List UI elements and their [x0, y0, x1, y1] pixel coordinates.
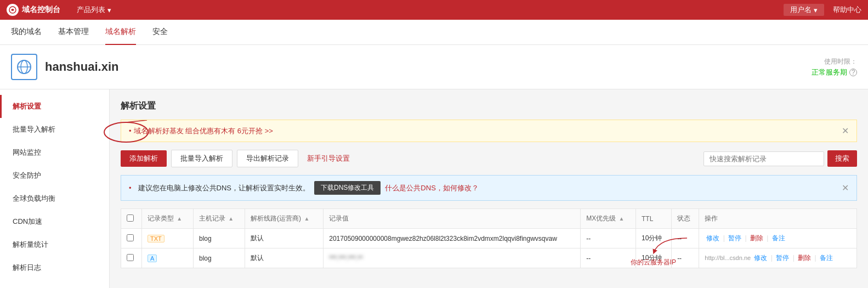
table-row: A blog 默认 ***.***.***.** -- 10分钟 -- http… [121, 249, 857, 268]
user-label: 用户名 [790, 5, 812, 15]
sort-line-icon: ▲ [304, 216, 309, 222]
col-checkbox [121, 209, 142, 229]
row1-line: 默认 [245, 229, 324, 249]
row1-delete-link[interactable]: 删除 [750, 234, 763, 242]
dns-tip-text: 建议您在电脑上修改公共DNS，让解析设置实时生效。 [138, 183, 310, 193]
status-value[interactable]: 正常服务期 [812, 67, 847, 77]
search-input[interactable] [704, 151, 824, 166]
domain-info: hanshuai.xin [11, 54, 118, 80]
row2-pause-link[interactable]: 暂停 [776, 254, 789, 262]
sidebar-item-security[interactable]: 安全防护 [0, 164, 109, 187]
row2-status: -- [672, 249, 699, 268]
promo-text[interactable]: 域名解析好基友 组合优惠有木有 6元开抢 >> [134, 126, 842, 136]
row1-status: -- [672, 229, 699, 249]
download-dns-tool-button[interactable]: 下载DNS修改工具 [314, 181, 381, 195]
status-label: 使用时限： [812, 57, 857, 66]
row2-delete-link[interactable]: 删除 [798, 254, 811, 262]
chevron-down-icon: ▾ [107, 6, 111, 14]
chevron-down-icon: ▾ [814, 6, 818, 14]
row2-line: 默认 [245, 249, 324, 268]
logo-text: 域名控制台 [22, 5, 60, 15]
row1-edit-link[interactable]: 修改 [706, 234, 719, 242]
row1-value: 20170509000000008mgwez82hz06l8l2t323ck8i… [324, 229, 581, 249]
sort-host-icon: ▲ [228, 216, 234, 222]
table-wrapper: 记录类型 ▲ 主机记录 ▲ 解析线路(运营商) ▲ 记录值 [121, 208, 857, 268]
row2-ttl: 10分钟 [636, 249, 671, 268]
content-title: 解析设置 [121, 100, 857, 112]
row2-edit-link[interactable]: 修改 [754, 254, 767, 262]
col-mx: MX优先级 ▲ [581, 209, 636, 229]
sort-type-icon: ▲ [177, 216, 182, 222]
promo-dot: • [129, 127, 132, 135]
col-status: 状态 [672, 209, 699, 229]
nav-my-domain[interactable]: 我的域名 [11, 20, 42, 45]
url-hint: http://bl...csdn.ne [705, 255, 751, 261]
guide-button[interactable]: 新手引导设置 [303, 150, 354, 167]
toolbar: 添加解析 批量导入解析 导出解析记录 新手引导设置 搜索 [121, 150, 857, 167]
nav-dns-resolve[interactable]: 域名解析 [105, 20, 136, 45]
row2-check[interactable] [127, 254, 134, 261]
row2-type: A [141, 249, 193, 268]
row2-actions: http://bl...csdn.ne 修改 | 暂停 | 删除 | 备注 [699, 249, 857, 268]
dns-dot: • [129, 184, 132, 192]
row1-pause-link[interactable]: 暂停 [728, 234, 741, 242]
blurred-ip: ***.***.***.** [329, 255, 362, 262]
product-menu[interactable]: 产品列表 ▾ [71, 5, 117, 15]
sidebar-item-log[interactable]: 解析日志 [0, 256, 109, 279]
col-ttl: TTL [636, 209, 671, 229]
export-button[interactable]: 导出解析记录 [237, 150, 298, 167]
second-nav: 我的域名 基本管理 域名解析 安全 [0, 20, 868, 45]
col-line: 解析线路(运营商) ▲ [245, 209, 324, 229]
domain-name: hanshuai.xin [45, 60, 118, 74]
main-layout: 解析设置 批量导入解析 网站监控 安全防护 全球负载均衡 CDN加速 解析量统计… [0, 89, 868, 288]
sidebar-item-load-balance[interactable]: 全球负载均衡 [0, 187, 109, 210]
promo-banner: • 域名解析好基友 组合优惠有木有 6元开抢 >> ✕ [121, 120, 857, 142]
add-resolve-button[interactable]: 添加解析 [121, 150, 167, 167]
sidebar-item-site-monitor[interactable]: 网站监控 [0, 141, 109, 164]
nav-basic-manage[interactable]: 基本管理 [58, 20, 89, 45]
col-value: 记录值 [324, 209, 581, 229]
dns-banner-left: • 建议您在电脑上修改公共DNS，让解析设置实时生效。 下载DNS修改工具 什么… [129, 181, 837, 195]
top-nav: 域名控制台 产品列表 ▾ 用户名 ▾ 帮助中心 [0, 0, 868, 20]
col-type: 记录类型 ▲ [141, 209, 193, 229]
row1-mx: -- [581, 229, 636, 249]
row1-check[interactable] [127, 234, 134, 241]
row2-host: blog [194, 249, 245, 268]
sidebar-item-stats[interactable]: 解析量统计 [0, 233, 109, 256]
records-table: 记录类型 ▲ 主机记录 ▲ 解析线路(运营商) ▲ 记录值 [121, 208, 857, 268]
table-row: TXT blog 默认 20170509000000008mgwez82hz06… [121, 229, 857, 249]
domain-header: hanshuai.xin 使用时限： 正常服务期 ? [0, 45, 868, 89]
row2-note-link[interactable]: 备注 [820, 254, 833, 262]
logo-icon [7, 4, 19, 16]
row1-note-link[interactable]: 备注 [772, 234, 785, 242]
batch-import-button[interactable]: 批量导入解析 [171, 150, 232, 167]
logo-area: 域名控制台 [7, 4, 60, 16]
row2-checkbox [121, 249, 142, 268]
nav-security[interactable]: 安全 [152, 20, 168, 45]
col-actions: 操作 [699, 209, 857, 229]
sidebar-item-dns-settings[interactable]: 解析设置 [0, 95, 109, 118]
sidebar-item-batch-import[interactable]: 批量导入解析 [0, 118, 109, 141]
domain-status: 使用时限： 正常服务期 ? [812, 57, 857, 77]
user-menu[interactable]: 用户名 ▾ [784, 4, 824, 16]
promo-close-button[interactable]: ✕ [842, 126, 849, 136]
col-host: 主机记录 ▲ [194, 209, 245, 229]
dns-help-link[interactable]: 什么是公共DNS，如何修改？ [385, 183, 478, 193]
search-button[interactable]: 搜索 [827, 150, 857, 167]
row1-actions: 修改 | 暂停 | 删除 | 备注 [699, 229, 857, 249]
top-nav-right: 用户名 ▾ 帮助中心 [784, 4, 861, 16]
domain-logo [11, 54, 37, 80]
sidebar: 解析设置 批量导入解析 网站监控 安全防护 全球负载均衡 CDN加速 解析量统计… [0, 89, 110, 288]
help-link[interactable]: 帮助中心 [833, 5, 861, 15]
select-all-checkbox[interactable] [127, 214, 134, 222]
row1-checkbox [121, 229, 142, 249]
sidebar-item-cdn[interactable]: CDN加速 [0, 210, 109, 233]
dns-banner: • 建议您在电脑上修改公共DNS，让解析设置实时生效。 下载DNS修改工具 什么… [121, 175, 857, 201]
type-tag-a: A [147, 255, 157, 262]
content-area: 解析设置 • 域名解析好基友 组合优惠有木有 6元开抢 >> ✕ 添加解析 批量… [110, 89, 868, 288]
row1-ttl: 10分钟 [636, 229, 671, 249]
dns-banner-close-button[interactable]: ✕ [842, 183, 849, 193]
type-tag-txt: TXT [147, 235, 164, 242]
row2-value: ***.***.***.** [324, 249, 581, 268]
row1-host: blog [194, 229, 245, 249]
